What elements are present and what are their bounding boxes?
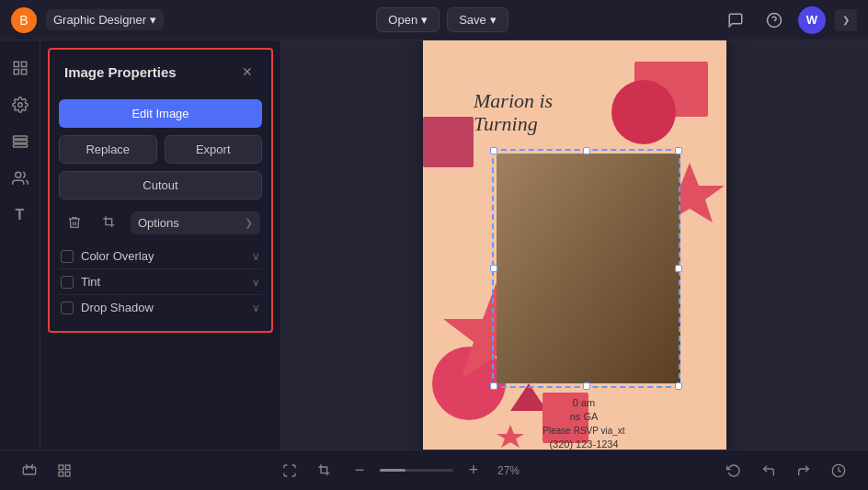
panel-header: Image Properties ✕ xyxy=(48,48,273,90)
refresh-button[interactable] xyxy=(719,456,748,485)
panel-title: Image Properties xyxy=(64,64,177,80)
bottom-right-controls xyxy=(719,456,853,485)
zoom-slider-fill xyxy=(380,469,405,472)
drop-shadow-row: Drop Shadow ∨ xyxy=(59,295,262,320)
drop-shadow-label: Drop Shadow xyxy=(81,301,154,314)
options-chevron-icon: ❯ xyxy=(245,217,253,229)
svg-rect-2 xyxy=(21,62,26,66)
zoom-in-icon: + xyxy=(469,461,479,480)
open-label: Open xyxy=(388,13,417,27)
save-label: Save xyxy=(459,13,486,27)
grid-toggle-button[interactable] xyxy=(50,456,79,485)
svg-text:(320) 123-1234: (320) 123-1234 xyxy=(549,439,618,450)
svg-rect-6 xyxy=(13,136,27,139)
color-overlay-label: Color Overlay xyxy=(81,249,154,263)
svg-text:Please RSVP via_xt: Please RSVP via_xt xyxy=(542,426,625,436)
main-area: T Image Properties ✕ Edit Image Replace … xyxy=(0,40,868,450)
save-button[interactable]: Save ▾ xyxy=(447,7,508,32)
tint-chevron[interactable]: ∨ xyxy=(252,276,260,289)
crop-tool-button[interactable] xyxy=(310,456,339,485)
open-chevron: ▾ xyxy=(421,13,428,27)
comment-button[interactable] xyxy=(721,6,750,35)
app-title-chevron: ▾ xyxy=(150,13,156,27)
crop-button[interactable] xyxy=(96,209,123,236)
svg-rect-3 xyxy=(14,70,18,74)
app-title-label: Graphic Designer xyxy=(53,13,146,27)
svg-rect-21 xyxy=(497,154,680,383)
sidebar-icons: T xyxy=(0,40,40,450)
svg-point-12 xyxy=(611,80,676,144)
svg-rect-8 xyxy=(13,144,27,147)
canvas-area[interactable]: Marion is Turning 0 am ns GA Please RSVP… xyxy=(281,40,868,450)
color-overlay-checkbox[interactable] xyxy=(61,250,74,263)
svg-rect-7 xyxy=(13,141,27,143)
zoom-in-button[interactable]: + xyxy=(459,456,488,485)
svg-rect-32 xyxy=(65,472,70,476)
zoom-out-button[interactable]: − xyxy=(345,456,374,485)
tint-row: Tint ∨ xyxy=(59,269,262,295)
header-center: Open ▾ Save ▾ xyxy=(376,7,508,32)
close-panel-button[interactable]: ✕ xyxy=(238,63,257,81)
zoom-slider[interactable] xyxy=(380,469,453,472)
svg-rect-30 xyxy=(65,465,70,470)
panel-body: Edit Image Replace Export Cutout xyxy=(48,90,273,333)
color-overlay-chevron[interactable]: ∨ xyxy=(252,250,260,263)
text-icon: T xyxy=(16,207,25,223)
svg-point-5 xyxy=(17,103,22,108)
settings-icon-button[interactable] xyxy=(4,88,37,121)
layers-toggle-button[interactable] xyxy=(15,456,44,485)
undo-button[interactable] xyxy=(754,456,783,485)
svg-rect-14 xyxy=(423,117,474,167)
drop-shadow-chevron[interactable]: ∨ xyxy=(252,302,260,314)
svg-text:Turning: Turning xyxy=(474,112,538,135)
options-row: Options ❯ xyxy=(59,209,262,236)
header-left: B Graphic Designer ▾ xyxy=(11,7,164,33)
app-title-button[interactable]: Graphic Designer ▾ xyxy=(46,9,164,30)
tint-label: Tint xyxy=(81,275,100,289)
people-icon-button[interactable] xyxy=(4,162,37,195)
grid-icon-button[interactable] xyxy=(4,51,37,85)
options-dropdown[interactable]: Options ❯ xyxy=(131,211,260,234)
text-icon-button[interactable]: T xyxy=(4,199,37,232)
svg-rect-4 xyxy=(21,70,26,74)
edit-image-button[interactable]: Edit Image xyxy=(59,99,262,128)
fit-button[interactable] xyxy=(275,456,304,485)
history-button[interactable] xyxy=(824,456,853,485)
bottom-toolbar: − + 27% xyxy=(0,450,868,490)
svg-text:ns GA: ns GA xyxy=(570,411,599,422)
save-chevron: ▾ xyxy=(490,13,497,27)
expand-button[interactable]: ❯ xyxy=(835,9,857,31)
svg-text:Marion is: Marion is xyxy=(473,89,553,112)
bottom-left-controls xyxy=(15,456,79,485)
zoom-out-icon: − xyxy=(355,461,365,480)
tint-checkbox[interactable] xyxy=(61,276,74,289)
app-logo: B xyxy=(11,7,37,33)
help-button[interactable] xyxy=(760,6,789,35)
drop-shadow-checkbox[interactable] xyxy=(61,302,74,314)
zoom-level: 27% xyxy=(494,464,523,477)
color-overlay-row: Color Overlay ∨ xyxy=(59,244,262,269)
redo-button[interactable] xyxy=(789,456,818,485)
options-label: Options xyxy=(138,216,179,230)
svg-point-9 xyxy=(15,172,20,177)
header-right: W ❯ xyxy=(721,6,857,35)
export-button[interactable]: Export xyxy=(165,135,263,164)
cutout-button[interactable]: Cutout xyxy=(59,171,262,199)
replace-export-row: Replace Export xyxy=(59,135,262,164)
open-button[interactable]: Open ▾ xyxy=(376,7,440,32)
trash-button[interactable] xyxy=(61,209,88,236)
close-icon: ✕ xyxy=(242,64,253,79)
invitation-card: Marion is Turning 0 am ns GA Please RSVP… xyxy=(423,40,726,450)
svg-rect-1 xyxy=(14,62,18,66)
avatar: W xyxy=(798,6,826,34)
svg-rect-28 xyxy=(23,467,35,474)
image-properties-panel: Image Properties ✕ Edit Image Replace Ex… xyxy=(40,40,281,450)
header: B Graphic Designer ▾ Open ▾ Save ▾ W ❯ xyxy=(0,0,868,40)
svg-rect-31 xyxy=(59,472,63,476)
replace-button[interactable]: Replace xyxy=(59,135,157,164)
layers-icon-button[interactable] xyxy=(4,125,37,158)
svg-rect-29 xyxy=(59,465,63,470)
bottom-center-controls: − + 27% xyxy=(275,456,523,485)
svg-text:0 am: 0 am xyxy=(573,397,595,408)
